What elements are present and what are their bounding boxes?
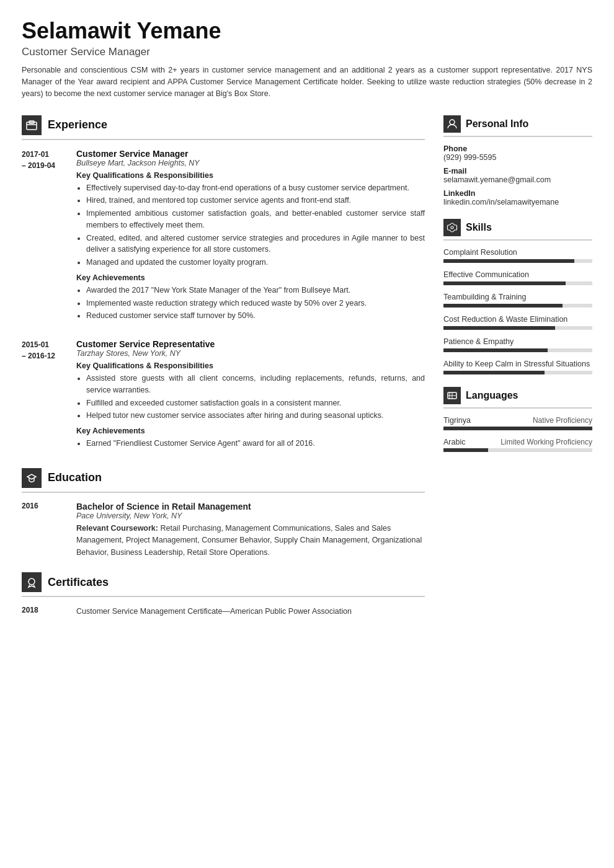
experience-body: Customer Service RepresentativeTarzhay S… [76, 339, 425, 454]
list-item: Implemented ambitious customer satisfact… [86, 208, 425, 231]
languages-list: TigrinyaNative ProficiencyArabicLimited … [443, 416, 592, 452]
skill-name: Ability to Keep Calm in Stressful Situat… [443, 360, 592, 368]
language-row: TigrinyaNative Proficiency [443, 416, 592, 425]
skill-item: Effective Communication [443, 270, 592, 285]
skill-bar [443, 304, 592, 308]
skill-bar-fill [443, 281, 566, 285]
experience-company: Tarzhay Stores, New York, NY [76, 349, 425, 358]
skills-icon [443, 219, 461, 236]
language-name: Tigrinya [443, 416, 471, 425]
education-section: Education 2016Bachelor of Science in Ret… [22, 468, 425, 559]
skill-item: Ability to Keep Calm in Stressful Situat… [443, 360, 592, 374]
education-year: 2016 [22, 502, 66, 559]
skill-name: Complaint Resolution [443, 248, 592, 257]
list-item: Helped tutor new customer service associ… [86, 410, 425, 422]
education-icon [22, 468, 42, 488]
linkedin-info: LinkedIn linkedin.com/in/selamawityemane [443, 189, 592, 206]
education-entry: 2016Bachelor of Science in Retail Manage… [22, 502, 425, 559]
skill-name: Effective Communication [443, 270, 592, 279]
language-bar [443, 448, 592, 452]
skill-item: Patience & Empathy [443, 337, 592, 352]
skill-item: Teambuilding & Training [443, 293, 592, 308]
skill-bar-fill [443, 259, 574, 263]
language-item: ArabicLimited Working Proficiency [443, 438, 592, 452]
qualifications-label: Key Qualifications & Responsibilities [76, 171, 425, 180]
skill-name: Cost Reduction & Waste Elimination [443, 315, 592, 324]
language-bar-fill [443, 427, 592, 430]
certificates-section-title: Certificates [22, 572, 425, 597]
experience-section-title: Experience [22, 115, 425, 140]
skill-bar [443, 326, 592, 330]
experience-dates: 2015-01 – 2016-12 [22, 339, 66, 454]
certificate-list: 2018Customer Service Management Certific… [22, 606, 425, 618]
experience-entry: 2017-01 – 2019-04Customer Service Manage… [22, 149, 425, 327]
achievements-label: Key Achievements [76, 273, 425, 282]
education-section-title: Education [22, 468, 425, 493]
certificate-year: 2018 [22, 606, 66, 618]
experience-job-title: Customer Service Representative [76, 339, 425, 349]
languages-section: Languages TigrinyaNative ProficiencyArab… [443, 387, 592, 452]
skill-bar [443, 348, 592, 352]
skills-section: Skills Complaint ResolutionEffective Com… [443, 219, 592, 374]
qualifications-list: Effectively supervised day-to-day front-… [76, 182, 425, 268]
skill-bar-fill [443, 326, 555, 330]
education-list: 2016Bachelor of Science in Retail Manage… [22, 502, 425, 559]
svg-point-5 [451, 226, 453, 229]
personal-info-icon [443, 115, 461, 133]
skill-bar-fill [443, 348, 548, 352]
language-row: ArabicLimited Working Proficiency [443, 438, 592, 446]
list-item: Managed and updated the customer loyalty… [86, 257, 425, 268]
certificates-icon [22, 572, 42, 592]
experience-company: Bullseye Mart, Jackson Heights, NY [76, 159, 425, 167]
skill-name: Teambuilding & Training [443, 293, 592, 301]
resume-header: Selamawit Yemane Customer Service Manage… [22, 19, 592, 100]
list-item: Assisted store guests with all client co… [86, 373, 425, 396]
list-item: Effectively supervised day-to-day front-… [86, 182, 425, 194]
experience-body: Customer Service ManagerBullseye Mart, J… [76, 149, 425, 327]
language-level: Limited Working Proficiency [501, 438, 592, 446]
experience-dates: 2017-01 – 2019-04 [22, 149, 66, 327]
main-content: Experience 2017-01 – 2019-04Customer Ser… [22, 115, 592, 632]
email-info: E-mail selamawit.yemane@gmail.com [443, 167, 592, 184]
left-column: Experience 2017-01 – 2019-04Customer Ser… [22, 115, 425, 632]
qualifications-label: Key Qualifications & Responsibilities [76, 361, 425, 370]
svg-point-3 [29, 578, 35, 585]
personal-info-section: Personal Info Phone (929) 999-5595 E-mai… [443, 115, 592, 206]
list-item: Awarded the 2017 "New York State Manager… [86, 285, 425, 296]
list-item: Earned "Friendliest Customer Service Age… [86, 438, 425, 450]
certificate-description: Customer Service Management Certificate—… [76, 606, 352, 618]
svg-point-4 [450, 120, 455, 125]
qualifications-list: Assisted store guests with all client co… [76, 373, 425, 422]
skill-bar [443, 259, 592, 263]
skill-item: Cost Reduction & Waste Elimination [443, 315, 592, 330]
candidate-title: Customer Service Manager [22, 46, 592, 58]
list-item: Fulfilled and exceeded customer satisfac… [86, 397, 425, 409]
skill-name: Patience & Empathy [443, 337, 592, 346]
skill-item: Complaint Resolution [443, 248, 592, 263]
achievements-list: Earned "Friendliest Customer Service Age… [76, 438, 425, 450]
experience-icon [22, 115, 42, 135]
education-degree: Bachelor of Science in Retail Management [76, 502, 425, 512]
languages-icon [443, 387, 461, 404]
language-level: Native Proficiency [533, 416, 592, 425]
language-name: Arabic [443, 438, 465, 446]
language-item: TigrinyaNative Proficiency [443, 416, 592, 430]
candidate-summary: Personable and conscientious CSM with 2+… [22, 64, 592, 100]
education-coursework: Relevant Coursework: Retail Purchasing, … [76, 523, 425, 559]
skill-bar [443, 371, 592, 374]
certificates-section: Certificates 2018Customer Service Manage… [22, 572, 425, 618]
languages-section-title: Languages [443, 387, 592, 409]
skills-section-title: Skills [443, 219, 592, 241]
skills-list: Complaint ResolutionEffective Communicat… [443, 248, 592, 374]
skill-bar-fill [443, 304, 563, 308]
skill-bar-fill [443, 371, 545, 374]
list-item: Implemented waste reduction strategy whi… [86, 298, 425, 309]
experience-entry: 2015-01 – 2016-12Customer Service Repres… [22, 339, 425, 454]
list-item: Reduced customer service staff turnover … [86, 310, 425, 322]
candidate-name: Selamawit Yemane [22, 19, 592, 43]
certificate-entry: 2018Customer Service Management Certific… [22, 606, 425, 618]
achievements-list: Awarded the 2017 "New York State Manager… [76, 285, 425, 322]
education-school: Pace University, New York, NY [76, 512, 425, 520]
experience-section: Experience 2017-01 – 2019-04Customer Ser… [22, 115, 425, 454]
right-column: Personal Info Phone (929) 999-5595 E-mai… [443, 115, 592, 632]
